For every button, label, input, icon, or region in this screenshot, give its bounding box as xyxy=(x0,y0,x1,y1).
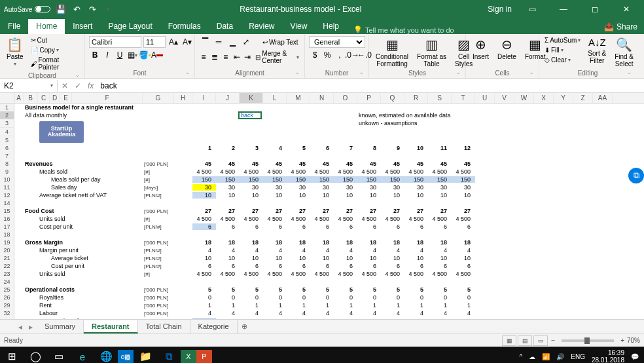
sheet-tab-total-chain[interactable]: Total Chain xyxy=(138,320,190,334)
row-header[interactable]: 4 xyxy=(0,128,14,136)
cell[interactable]: Average ticket xyxy=(50,255,60,261)
cell[interactable]: 10 xyxy=(428,192,452,199)
cell[interactable]: 10 xyxy=(334,255,357,261)
align-bottom-icon[interactable]: ▁ xyxy=(226,36,238,48)
cell[interactable]: 2 xyxy=(404,318,428,319)
cell[interactable]: 30 xyxy=(310,184,334,191)
cell[interactable]: Operational costs xyxy=(24,286,38,293)
cell[interactable]: 10 xyxy=(357,255,381,261)
cell[interactable]: ['000 PLN] xyxy=(143,161,174,167)
cell[interactable]: 4 xyxy=(287,247,310,254)
row-header[interactable]: 33 xyxy=(0,317,14,320)
autosave-toggle[interactable]: AutoSave xyxy=(4,6,50,13)
cell[interactable]: 4 500 xyxy=(452,168,475,175)
format-as-table-button[interactable]: ▥Format as Table xyxy=(414,36,449,69)
cell[interactable]: 4 xyxy=(240,310,263,316)
insert-cells-button[interactable]: ⊕Insert xyxy=(470,36,492,62)
cell[interactable]: [#] xyxy=(143,169,174,175)
cell[interactable]: 5 xyxy=(334,286,357,293)
cell[interactable]: 10 xyxy=(287,192,310,199)
tray-up-icon[interactable]: ^ xyxy=(520,353,523,360)
col-header-B[interactable]: B xyxy=(24,93,38,103)
cell[interactable]: ['000 PLN] xyxy=(143,208,174,214)
col-header-O[interactable]: O xyxy=(334,93,357,103)
cell[interactable]: 27 xyxy=(452,208,475,214)
col-header-C[interactable]: C xyxy=(38,93,50,103)
cell[interactable]: [days] xyxy=(143,185,174,191)
tab-insert[interactable]: Insert xyxy=(65,19,100,34)
cell[interactable]: 45 xyxy=(404,161,428,167)
outlook-icon[interactable]: o▩ xyxy=(118,350,134,363)
col-header-W[interactable]: W xyxy=(514,93,534,103)
cell[interactable]: 0 xyxy=(381,294,404,301)
cell[interactable]: known, estimated on available data xyxy=(357,112,381,119)
cell[interactable]: StartUpAkademia xyxy=(38,121,50,143)
cell[interactable]: 4 500 xyxy=(240,168,263,175)
cell[interactable]: 4 xyxy=(192,247,216,254)
cell[interactable]: 4 500 xyxy=(287,216,310,222)
cell[interactable]: 4 500 xyxy=(192,168,216,175)
cell[interactable]: 5 xyxy=(428,286,452,293)
autosum-button[interactable]: Σ AutoSum ▾ xyxy=(543,36,582,45)
cell[interactable]: 150 xyxy=(357,176,381,183)
cell[interactable]: 10 xyxy=(452,192,475,199)
cell[interactable]: 4 xyxy=(452,310,475,316)
cell[interactable]: 10 xyxy=(357,192,381,199)
cell[interactable]: ['000 PLN] xyxy=(143,240,174,246)
tray-notifications-icon[interactable]: 💬 xyxy=(631,353,639,360)
cell[interactable]: 1 xyxy=(287,302,310,309)
cell[interactable]: 0 xyxy=(452,294,475,301)
percent-icon[interactable]: % xyxy=(321,49,333,61)
dropbox-icon[interactable]: ⧉ xyxy=(628,168,644,183)
cell[interactable]: 5 xyxy=(192,286,216,293)
find-select-button[interactable]: 🔍Find & Select xyxy=(612,36,636,69)
tray-volume-icon[interactable]: 🔊 xyxy=(556,353,564,360)
cell[interactable]: 0 xyxy=(404,294,428,301)
cell[interactable]: 4 500 xyxy=(240,216,263,222)
cell[interactable]: 10 xyxy=(192,255,216,261)
cell[interactable]: 18 xyxy=(452,239,475,246)
cell[interactable]: 45 xyxy=(357,161,381,167)
cell[interactable]: 2 xyxy=(216,145,240,151)
cell[interactable]: 10 xyxy=(287,255,310,261)
paste-button[interactable]: 📋Paste▾ xyxy=(4,36,26,69)
cell[interactable]: 6 xyxy=(334,223,357,230)
cell[interactable]: 10 xyxy=(404,255,428,261)
cell[interactable]: 4 500 xyxy=(216,168,240,175)
cell[interactable]: Cost per unit xyxy=(38,223,50,230)
cell[interactable]: 6 xyxy=(452,263,475,269)
cell[interactable]: 0 xyxy=(240,294,263,301)
cell[interactable]: 4 xyxy=(287,310,310,316)
col-header-X[interactable]: X xyxy=(534,93,554,103)
cut-button[interactable]: ✂ Cut xyxy=(29,36,80,45)
minimize-icon[interactable]: — xyxy=(552,0,575,18)
col-header-T[interactable]: T xyxy=(452,93,475,103)
cell[interactable]: 2 xyxy=(381,318,404,319)
tray-cloud-icon[interactable]: ☁ xyxy=(529,353,535,360)
cell[interactable]: 10 xyxy=(240,192,263,199)
cell[interactable]: [#] xyxy=(143,216,174,222)
align-center-icon[interactable]: ≣ xyxy=(210,51,219,63)
cell[interactable]: 0 xyxy=(428,294,452,301)
cell[interactable]: 4 500 xyxy=(334,168,357,175)
cell[interactable]: 4 xyxy=(334,310,357,316)
cell[interactable]: [PLN/#] xyxy=(143,224,174,230)
cell[interactable]: 0 xyxy=(287,294,310,301)
cell[interactable]: 45 xyxy=(381,161,404,167)
cell[interactable]: Margin per unit xyxy=(38,247,50,254)
cell[interactable]: 10 xyxy=(334,192,357,199)
cell[interactable]: 150 xyxy=(287,176,310,183)
cortana-icon[interactable]: ◯ xyxy=(24,347,47,363)
cell[interactable]: 18 xyxy=(381,239,404,246)
cell[interactable]: 6 xyxy=(310,223,334,230)
cell[interactable]: 2 xyxy=(310,318,334,319)
cell[interactable]: 1 xyxy=(192,145,216,151)
cell[interactable]: 30 xyxy=(404,184,428,191)
tab-file[interactable]: File xyxy=(0,19,28,34)
cell[interactable]: 1 xyxy=(334,302,357,309)
cell[interactable]: 9 xyxy=(381,145,404,151)
view-layout-icon[interactable]: ▤ xyxy=(518,335,532,346)
cell[interactable]: 27 xyxy=(428,208,452,214)
close-icon[interactable]: ✕ xyxy=(615,0,637,18)
font-name-input[interactable] xyxy=(89,36,141,48)
